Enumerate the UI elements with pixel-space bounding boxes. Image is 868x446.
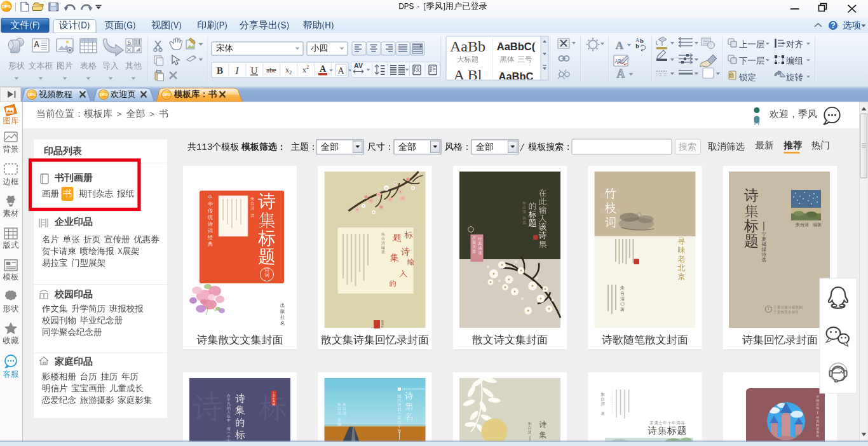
svg-text:U: U [251,65,258,76]
svg-text:A: A [337,66,344,76]
svg-text:DPS: DPS [2,4,11,9]
svg-text:B: B [217,65,223,76]
svg-text:2: 2 [306,64,309,70]
svg-text:A: A [320,64,327,74]
svg-text:AV: AV [354,62,363,69]
svg-text:?: ? [831,21,835,30]
svg-text:I: I [235,65,240,76]
svg-text:b: b [635,43,639,50]
svg-text:DPS: DPS [163,93,170,97]
svg-text:A: A [617,67,625,80]
svg-text:A: A [34,40,39,49]
svg-text:DPS: DPS [100,93,107,97]
svg-text:DPS: DPS [28,93,35,97]
svg-text:2: 2 [289,70,292,76]
svg-text:AaBbC(: AaBbC( [497,41,536,52]
svg-text:b: b [640,37,644,44]
svg-text:A: A [616,39,624,51]
svg-text:AaBb: AaBb [450,38,485,55]
svg-text:5: 5 [128,39,131,46]
